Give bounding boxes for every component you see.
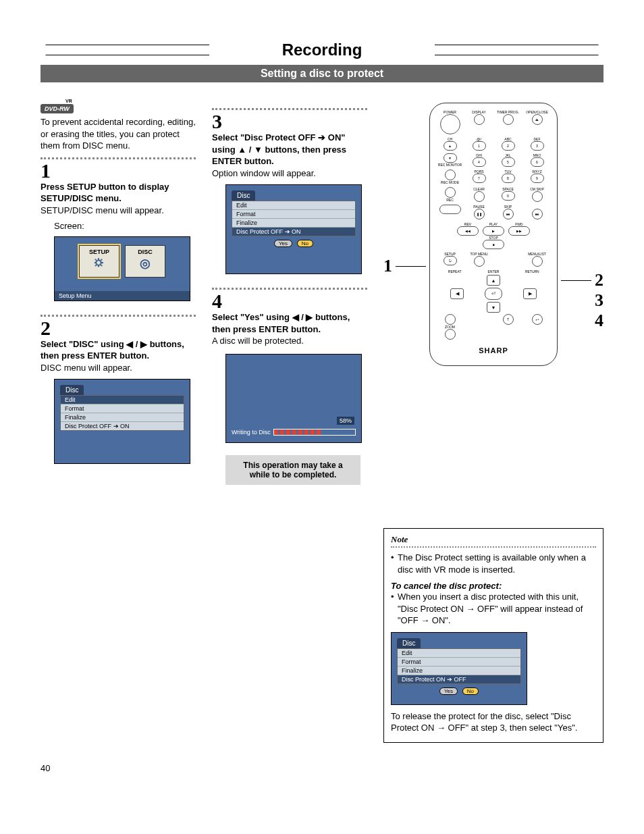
operation-note: This operation may take a while to be co… xyxy=(225,455,360,485)
content-columns: VR DVD-RW To prevent accidental recordin… xyxy=(41,103,603,743)
num-2-button: 2 xyxy=(502,141,515,151)
num-4-button: 4 xyxy=(473,157,486,167)
setup-disc-screen: SETUP ⛭ DISC ◎ Setup Menu xyxy=(54,236,190,301)
step-1-instruction: Press SETUP button to display SETUP/DISC… xyxy=(41,181,196,205)
setup-tile: SETUP ⛭ xyxy=(79,245,119,278)
rec-button xyxy=(439,205,461,214)
disc-icon: ◎ xyxy=(126,255,165,271)
screen-label: Screen: xyxy=(54,220,196,232)
section-header: Recording xyxy=(41,41,603,59)
menu-row-format: Format xyxy=(61,405,184,413)
step-3-result: Option window will appear. xyxy=(212,167,367,180)
step-3-instruction: Select "Disc Protect OFF ➔ ON" using ▲ /… xyxy=(212,132,367,167)
ch-up-button: ▲ xyxy=(444,141,457,151)
num-8-button: 8 xyxy=(502,174,515,183)
section-title: Recording xyxy=(269,41,376,59)
rec-mode-button xyxy=(445,187,456,198)
stop-button: ■ xyxy=(483,240,504,249)
divider xyxy=(212,108,367,110)
divider xyxy=(41,157,196,159)
divider xyxy=(391,546,596,548)
section-subtitle: Setting a disc to protect xyxy=(41,65,603,82)
remote-control: POWER DISPLAY TIMER PROG. OPEN/CLOSE⏏ CH… xyxy=(429,103,558,366)
remote-callout-2: 2 xyxy=(595,270,603,290)
step-2-instruction: Select "DISC" using ◀ / ▶ buttons, then … xyxy=(41,338,196,362)
menu-row-protect: Disc Protect OFF ➔ ON xyxy=(61,422,184,430)
confirm-buttons: Yes No xyxy=(397,684,521,699)
divider xyxy=(41,315,196,317)
step-4-number: 4 xyxy=(212,291,367,311)
power-button xyxy=(440,114,460,134)
navigation-cluster: ▲ ▼ ◀ ▶ ⏎ xyxy=(450,275,537,313)
settings-icon: ⛭ xyxy=(80,255,119,271)
step-1-result: SETUP/DISC menu will appear. xyxy=(41,205,196,217)
disc-menu-cancel-screen: Disc Edit Format Finalize Disc Protect O… xyxy=(391,632,527,705)
enter-button: ⏎ xyxy=(485,288,502,300)
menu-row-format: Format xyxy=(398,658,520,667)
page-number: 40 xyxy=(41,763,603,773)
left-column: VR DVD-RW To prevent accidental recordin… xyxy=(41,103,196,471)
zoom-button xyxy=(445,329,456,340)
menu-row-protect: Disc Protect OFF ➔ ON xyxy=(232,228,355,236)
disc-tile: DISC ◎ xyxy=(125,245,165,278)
menu-row-protect: Disc Protect ON ➔ OFF xyxy=(398,675,520,683)
skip-fwd-button: ⏭ xyxy=(532,209,543,219)
step-1-number: 1 xyxy=(41,161,196,181)
menu-row-finalize: Finalize xyxy=(398,667,520,675)
num-6-button: 6 xyxy=(531,157,544,167)
step-3-number: 3 xyxy=(212,111,367,132)
osd-list: Edit Format Finalize Disc Protect ON ➔ O… xyxy=(397,648,521,684)
brand-label: SHARP xyxy=(437,346,550,355)
menu-row-format: Format xyxy=(232,210,355,219)
menu-list-button xyxy=(532,256,543,267)
menu-row-edit: Edit xyxy=(398,649,520,658)
note-box: Note The Disc Protect setting is availab… xyxy=(383,528,603,743)
num-5-button: 5 xyxy=(502,157,515,167)
num-1-button: 1 xyxy=(473,141,486,151)
setup-button: ⮌ xyxy=(444,256,457,265)
menu-row-edit: Edit xyxy=(61,396,184,405)
menu-row-finalize: Finalize xyxy=(232,219,355,228)
step-4-instruction: Select "Yes" using ◀ / ▶ buttons, then p… xyxy=(212,311,367,335)
progress-bar xyxy=(273,429,356,436)
num-7-button: 7 xyxy=(473,174,486,183)
osd-title: Disc xyxy=(60,385,84,395)
osd-list: Edit Format Finalize Disc Protect OFF ➔ … xyxy=(60,395,184,431)
right-column: POWER DISPLAY TIMER PROG. OPEN/CLOSE⏏ CH… xyxy=(383,103,603,743)
rev-button: ◀◀ xyxy=(457,226,479,236)
osd-list: Edit Format Finalize Disc Protect OFF ➔ … xyxy=(232,201,356,236)
num-9-button: 9 xyxy=(531,174,544,183)
nav-up-button: ▲ xyxy=(487,275,500,286)
note-title: Note xyxy=(391,534,596,545)
no-button: No xyxy=(297,240,313,247)
remote-callout-4: 4 xyxy=(595,311,603,331)
rec-monitor-button xyxy=(445,170,456,180)
open-close-button: ⏏ xyxy=(532,114,543,125)
confirm-buttons: Yes No xyxy=(232,236,356,251)
note-item-2: When you insert a disc protected with th… xyxy=(391,591,596,627)
display-button xyxy=(474,114,485,125)
pause-button: ❚❚ xyxy=(474,209,485,219)
divider xyxy=(212,288,367,290)
return-button: ⮐ xyxy=(532,314,543,325)
setup-screen-footer: Setup Menu xyxy=(55,291,190,301)
step-4-result: A disc will be protected. xyxy=(212,335,367,347)
cm-skip-button xyxy=(532,191,543,202)
middle-column: 3 Select "Disc Protect OFF ➔ ON" using ▲… xyxy=(212,103,367,485)
remote-callout-1: 1 xyxy=(383,256,392,276)
nav-right-button: ▶ xyxy=(523,288,537,299)
note-tail-text: To release the protect for the disc, sel… xyxy=(391,710,596,734)
top-menu-button xyxy=(474,256,485,267)
timer-button xyxy=(503,114,514,125)
skip-back-button: ⏮ xyxy=(503,209,514,219)
intro-text: To prevent accidental recording, editing… xyxy=(41,116,196,152)
remote-diagram: POWER DISPLAY TIMER PROG. OPEN/CLOSE⏏ CH… xyxy=(383,103,603,366)
progress-percent: 58% xyxy=(337,417,354,425)
fwd-button: ▶▶ xyxy=(508,226,530,236)
ch-down-button: ▼ xyxy=(444,153,457,163)
t-button: T xyxy=(503,314,514,325)
osd-title: Disc xyxy=(397,638,421,648)
cancel-heading: To cancel the disc protect: xyxy=(391,581,596,591)
writing-progress-screen: 58% Writing to Disc xyxy=(225,354,362,443)
step-2-number: 2 xyxy=(41,318,196,338)
